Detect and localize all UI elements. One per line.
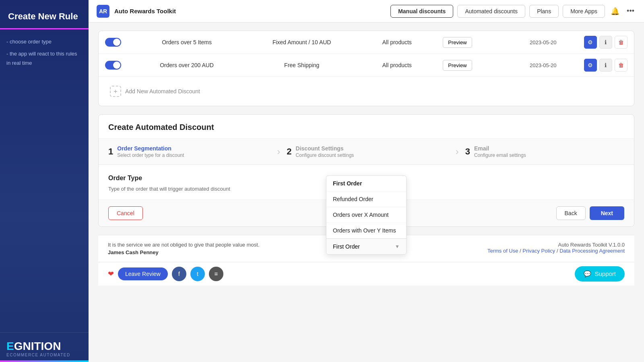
- dropdown-selected-text: First Order: [333, 243, 360, 250]
- notification-icon[interactable]: 🔔: [609, 5, 621, 17]
- data-processing-link[interactable]: Data Processing Agreement: [559, 248, 625, 254]
- egnition-e-letter: E: [6, 340, 14, 352]
- add-discount-row: ＋ Add New Automated Discount: [99, 77, 634, 106]
- list-button[interactable]: ≡: [209, 267, 223, 281]
- bottom-bar: ❤ Leave Review f t ≡ 💬 Support: [98, 262, 634, 286]
- step-2-num: 2: [287, 146, 291, 157]
- support-chat-icon: 💬: [584, 270, 591, 278]
- condition-row1: Orders over 5 Items: [128, 39, 246, 45]
- row-actions-1: ⚙ ℹ 🗑: [584, 36, 627, 49]
- step-2-label: Discount Settings: [296, 145, 354, 152]
- preview-button-row1[interactable]: Preview: [443, 37, 472, 48]
- step-2-text: Discount Settings Configure discount set…: [296, 145, 354, 158]
- discount-row2: Free Shipping: [252, 62, 351, 68]
- info-button-row2[interactable]: ℹ: [599, 59, 612, 72]
- step-3-num: 3: [465, 146, 470, 157]
- manual-discounts-button[interactable]: Manual discounts: [390, 5, 453, 18]
- footer-left: It is the service we are not obliged to …: [108, 242, 260, 255]
- sidebar-bottom: EGNITION ECOMMERCE AUTOMATED: [0, 332, 89, 362]
- step-1-sublabel: Select order type for a discount: [117, 152, 184, 158]
- date-row2: 2023-05-20: [508, 62, 578, 68]
- dropdown-item-refunded-order[interactable]: Refunded Order: [326, 191, 406, 207]
- step-3: 3 Email Configure email settings: [456, 139, 634, 165]
- step-1-label: Order Segmentation: [117, 145, 184, 152]
- step-2: 2 Discount Settings Configure discount s…: [277, 139, 455, 165]
- steps-bar: 1 Order Segmentation Select order type f…: [99, 139, 634, 165]
- table-row: Orders over 5 Items Fixed Amount / 10 AU…: [99, 31, 634, 54]
- products-row1: All products: [357, 39, 436, 45]
- topbar-actions: Manual discounts Automated discounts Pla…: [390, 5, 636, 18]
- toggle-row2[interactable]: [105, 61, 121, 70]
- dropdown-item-first-order[interactable]: First Order: [326, 176, 406, 191]
- order-type-desc-line1: Type of the order that will trigger: [108, 186, 183, 192]
- step-1-num: 1: [108, 146, 113, 157]
- step-2-sublabel: Configure discount settings: [296, 152, 354, 158]
- automated-discounts-button[interactable]: Automated discounts: [457, 5, 525, 18]
- footer-right-buttons: Back Next: [556, 206, 624, 220]
- table-row: Orders over 200 AUD Free Shipping All pr…: [99, 54, 634, 77]
- app-icon: AR: [97, 5, 109, 18]
- sidebar-accent-bar: [0, 360, 89, 362]
- settings-button-row1[interactable]: ⚙: [584, 36, 597, 49]
- sidebar-feature-2: - the app will react to this rules in re…: [6, 49, 82, 67]
- create-panel-title: Create Automated Discount: [99, 115, 634, 139]
- egnition-logo: EGNITION ECOMMERCE AUTOMATED: [6, 341, 82, 357]
- add-discount-label: Add New Automated Discount: [125, 88, 200, 95]
- topbar: AR Auto Rewards Toolkit Manual discounts…: [89, 0, 644, 23]
- step-3-text: Email Configure email settings: [474, 145, 526, 158]
- footer-author: James Cash Penney: [108, 249, 260, 255]
- sidebar-feature-1: - choose order type: [6, 37, 82, 46]
- products-row2: All products: [357, 62, 436, 68]
- condition-row2: Orders over 200 AUD: [128, 62, 246, 68]
- info-button-row1[interactable]: ℹ: [599, 36, 612, 49]
- dropdown-selected-value[interactable]: First Order ▼: [326, 239, 406, 254]
- add-plus-icon: ＋: [110, 86, 121, 97]
- toggle-row1[interactable]: [105, 38, 121, 47]
- date-row1: 2023-05-20: [508, 39, 578, 45]
- dropdown-arrow-icon: ▼: [395, 244, 400, 249]
- plans-button[interactable]: Plans: [529, 5, 559, 18]
- footer-links: Terms of Use / Privacy Policy / Data Pro…: [487, 248, 625, 254]
- step-3-label: Email: [474, 145, 526, 152]
- egnition-rest-letters: GNITION: [14, 340, 61, 352]
- footer-version: Auto Rewards Toolkit V.1.0.0: [487, 242, 625, 248]
- heart-button[interactable]: ❤: [108, 269, 114, 278]
- discount-table: Orders over 5 Items Fixed Amount / 10 AU…: [98, 31, 634, 106]
- next-button[interactable]: Next: [590, 206, 624, 220]
- sidebar-features: - choose order type - the app will react…: [0, 29, 89, 78]
- dropdown-item-orders-over-x[interactable]: Orders over X Amount: [326, 207, 406, 223]
- twitter-button[interactable]: t: [190, 267, 205, 281]
- preview-button-row2[interactable]: Preview: [443, 60, 472, 71]
- order-type-desc-line2: automated discount: [184, 186, 230, 192]
- order-type-dropdown: First Order Refunded Order Orders over X…: [326, 175, 407, 255]
- back-button[interactable]: Back: [556, 206, 586, 220]
- support-label: Support: [594, 270, 616, 277]
- more-options-icon[interactable]: •••: [625, 5, 636, 17]
- sidebar-title: Create New Rule: [0, 0, 89, 29]
- footer-right-links: Auto Rewards Toolkit V.1.0.0 Terms of Us…: [487, 242, 625, 254]
- cancel-button[interactable]: Cancel: [108, 206, 143, 220]
- delete-button-row1[interactable]: 🗑: [615, 36, 627, 49]
- more-apps-button[interactable]: More Apps: [563, 5, 605, 18]
- leave-review-button[interactable]: Leave Review: [118, 267, 168, 280]
- main-content: AR Auto Rewards Toolkit Manual discounts…: [89, 0, 644, 362]
- step-3-sublabel: Configure email settings: [474, 152, 526, 158]
- step-1-text: Order Segmentation Select order type for…: [117, 145, 184, 158]
- content-area: Orders over 5 Items Fixed Amount / 10 AU…: [89, 23, 644, 362]
- row-actions-2: ⚙ ℹ 🗑: [584, 59, 627, 72]
- footer-quote: It is the service we are not obliged to …: [108, 242, 260, 248]
- terms-of-use-link[interactable]: Terms of Use: [487, 248, 518, 254]
- discount-row1: Fixed Amount / 10 AUD: [252, 39, 351, 45]
- privacy-policy-link[interactable]: Privacy Policy: [522, 248, 555, 254]
- delete-button-row2[interactable]: 🗑: [615, 59, 627, 72]
- add-discount-button[interactable]: ＋ Add New Automated Discount: [105, 82, 205, 100]
- app-name: Auto Rewards Toolkit: [114, 8, 386, 14]
- support-button[interactable]: 💬 Support: [575, 266, 625, 282]
- egnition-sub-title: ECOMMERCE AUTOMATED: [6, 353, 82, 357]
- step-1: 1 Order Segmentation Select order type f…: [99, 139, 277, 165]
- dropdown-item-orders-with-y[interactable]: Orders with Over Y Items: [326, 223, 406, 239]
- sidebar: Create New Rule - choose order type - th…: [0, 0, 89, 362]
- egnition-name: EGNITION: [6, 341, 82, 352]
- settings-button-row2[interactable]: ⚙: [584, 59, 597, 72]
- facebook-button[interactable]: f: [172, 267, 186, 281]
